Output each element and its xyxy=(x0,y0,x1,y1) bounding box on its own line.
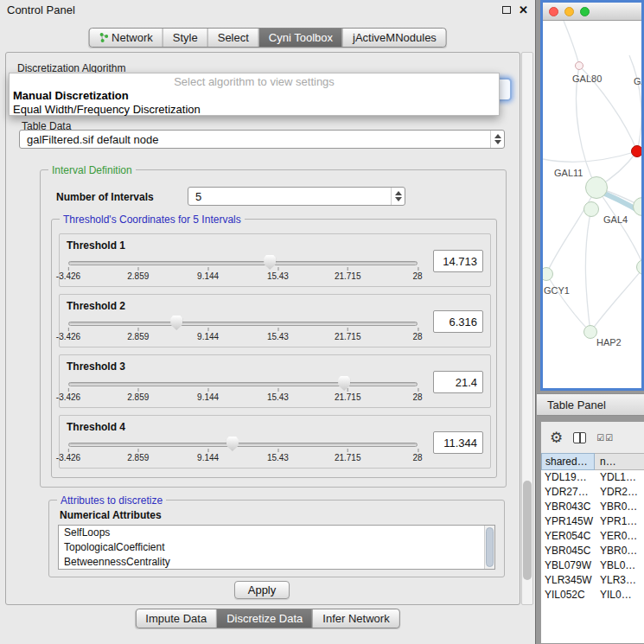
cyni-toolbox-panel: Discretization Algorithm Select algorith… xyxy=(5,52,520,605)
float-window-icon[interactable] xyxy=(502,6,511,14)
threshold-coordinates-group: Threshold's Coordinates for 5 Intervals … xyxy=(51,219,497,478)
select-columns-icon[interactable]: ☑☑ xyxy=(596,433,614,443)
slider-scale: -3.4262.8599.14415.4321.71528 xyxy=(68,437,418,466)
table-row[interactable]: YIL052CYIL0… xyxy=(541,588,644,603)
tab-jactivemnodules[interactable]: jActiveMNodules xyxy=(342,29,446,47)
threshold-4-slider[interactable]: -3.4262.8599.14415.4321.71528 xyxy=(68,437,418,466)
node-label-hap2: HAP2 xyxy=(596,337,622,348)
node-label-gcy1: GCY1 xyxy=(544,285,570,296)
interval-definition-title: Interval Definition xyxy=(48,164,136,176)
node-gal11[interactable] xyxy=(585,176,608,199)
attributes-group: Attributes to discretize Numerical Attri… xyxy=(48,500,505,577)
node-hap2[interactable] xyxy=(583,325,597,339)
threshold-4-value-field[interactable] xyxy=(433,431,483,454)
threshold-3-value-field[interactable] xyxy=(433,371,483,393)
threshold-1-slider[interactable]: -3.4262.8599.14415.4321.71528 xyxy=(68,255,418,284)
column-header-shared-name[interactable]: shared… xyxy=(541,453,595,470)
dropdown-option-equal-width[interactable]: Equal Width/Frequency Discretization xyxy=(10,103,499,117)
numerical-attributes-list: SelfLoops TopologicalCoefficient Between… xyxy=(58,525,495,570)
node[interactable] xyxy=(583,201,599,217)
numerical-attributes-label: Numerical Attributes xyxy=(60,509,162,521)
tab-discretize-data[interactable]: Discretize Data xyxy=(216,609,312,628)
slider-scale: -3.4262.8599.14415.4321.71528 xyxy=(68,376,418,405)
spinner-stepper-icon xyxy=(391,188,405,205)
table-row[interactable]: YPR145WYPR1… xyxy=(541,514,644,529)
threshold-4-panel: Threshold 4 -3.4262.8599.14415.4321.7152… xyxy=(59,415,491,469)
panel-scrollbar-thumb[interactable] xyxy=(523,481,532,580)
table-row[interactable]: YLR345WYLR3… xyxy=(541,573,644,588)
dropdown-placeholder-item: Select algorithm to view settings xyxy=(10,75,499,89)
table-row[interactable]: YBL079WYBL0… xyxy=(541,558,644,573)
table-row[interactable]: YBR045CYBR0… xyxy=(541,544,644,558)
threshold-2-slider[interactable]: -3.4262.8599.14415.4321.71528 xyxy=(68,316,418,345)
list-item[interactable]: SelfLoops xyxy=(59,526,494,540)
threshold-2-label: Threshold 2 xyxy=(67,300,125,312)
network-view-window: GAL80 GA GAL11 GAL4 GCY1 HAP2 xyxy=(540,0,644,391)
attributes-group-title: Attributes to discretize xyxy=(57,494,166,507)
list-item[interactable]: BetweennessCentrality xyxy=(59,555,494,570)
list-scrollbar-thumb[interactable] xyxy=(486,527,494,567)
number-of-intervals-label: Number of Intervals xyxy=(56,191,154,203)
slider-scale: -3.4262.8599.14415.4321.71528 xyxy=(68,316,418,345)
network-icon xyxy=(99,33,108,42)
number-of-intervals-value: 5 xyxy=(188,190,391,203)
threshold-2-panel: Threshold 2 -3.4262.8599.14415.4321.7152… xyxy=(59,294,491,348)
top-tab-bar: Network Style Select Cyni Toolbox jActiv… xyxy=(88,28,447,48)
apply-button[interactable]: Apply xyxy=(234,581,290,599)
list-item[interactable]: TopologicalCoefficient xyxy=(59,540,494,555)
node-label-gal80: GAL80 xyxy=(572,73,602,84)
panel-scrollbar[interactable] xyxy=(521,52,533,605)
tab-select[interactable]: Select xyxy=(207,29,258,47)
columns-icon[interactable] xyxy=(573,432,586,443)
tab-style[interactable]: Style xyxy=(163,29,207,47)
algorithm-dropdown-popup: Select algorithm to view settings Manual… xyxy=(9,73,500,116)
threshold-3-slider[interactable]: -3.4262.8599.14415.4321.71528 xyxy=(68,376,418,405)
table-row[interactable]: YER054CYER0… xyxy=(541,529,644,544)
number-of-intervals-spinner[interactable]: 5 xyxy=(188,187,405,206)
desktop: Control Panel ✕ Network Style Select Cyn… xyxy=(0,0,644,644)
column-header-name[interactable]: n… xyxy=(595,453,644,470)
table-panel-window: ⚙ ☑☑ shared… n… YDL19…YDL1… YDR27…YDR2… … xyxy=(540,421,644,644)
control-panel-window: Control Panel ✕ Network Style Select Cyn… xyxy=(0,0,536,644)
threshold-1-value-field[interactable] xyxy=(433,250,483,272)
close-icon[interactable]: ✕ xyxy=(519,4,528,16)
table-row[interactable]: YBR043CYBR0… xyxy=(541,500,644,514)
threshold-2-value-field[interactable] xyxy=(433,310,483,333)
close-button[interactable] xyxy=(549,7,558,16)
list-scrollbar[interactable] xyxy=(484,526,494,569)
tab-infer-network[interactable]: Infer Network xyxy=(312,609,399,628)
interval-definition-group: Interval Definition Number of Intervals … xyxy=(40,169,507,488)
table-row[interactable]: YDR27…YDR2… xyxy=(541,485,644,500)
table-panel-header: Table Panel xyxy=(537,393,644,416)
table-data-combobox[interactable]: galFiltered.sif default node xyxy=(19,130,505,149)
threshold-coordinates-title: Threshold's Coordinates for 5 Intervals xyxy=(60,214,245,226)
table-header-row: shared… n… xyxy=(541,453,644,470)
threshold-4-label: Threshold 4 xyxy=(67,421,125,433)
zoom-button[interactable] xyxy=(580,7,590,16)
window-title: Control Panel xyxy=(7,3,75,16)
node-label-clipped: GA xyxy=(634,76,641,86)
slider-scale: -3.4262.8599.14415.4321.71528 xyxy=(68,255,418,284)
threshold-1-panel: Threshold 1 -3.4262.8599.14415.4321.7152… xyxy=(59,233,491,287)
tab-network[interactable]: Network xyxy=(89,29,163,47)
node-gal80[interactable] xyxy=(575,61,583,70)
table-row[interactable]: YDL19…YDL1… xyxy=(541,470,644,485)
network-canvas[interactable]: GAL80 GA GAL11 GAL4 GCY1 HAP2 xyxy=(543,21,641,388)
tab-impute-data[interactable]: Impute Data xyxy=(136,609,216,628)
table-body: YDL19…YDL1… YDR27…YDR2… YBR043CYBR0… YPR… xyxy=(541,470,644,643)
bottom-tab-bar: Impute Data Discretize Data Infer Networ… xyxy=(135,609,399,628)
gear-icon[interactable]: ⚙ xyxy=(550,430,563,445)
threshold-3-panel: Threshold 3 -3.4262.8599.14415.4321.7152… xyxy=(59,354,491,408)
table-data-value: galFiltered.sif default node xyxy=(20,133,490,146)
network-window-titlebar xyxy=(543,3,641,21)
node-label-gal11: GAL11 xyxy=(554,168,583,178)
threshold-3-label: Threshold 3 xyxy=(67,360,125,373)
dropdown-option-manual-discretization[interactable]: Manual Discretization xyxy=(10,89,499,103)
combobox-stepper-icon xyxy=(490,131,504,148)
node-label-gal4: GAL4 xyxy=(603,214,628,225)
tab-cyni-toolbox[interactable]: Cyni Toolbox xyxy=(258,29,342,47)
control-panel-titlebar: Control Panel ✕ xyxy=(0,0,535,19)
threshold-1-label: Threshold 1 xyxy=(67,239,125,252)
minimize-button[interactable] xyxy=(564,7,574,16)
node-selected-red[interactable] xyxy=(631,145,641,157)
